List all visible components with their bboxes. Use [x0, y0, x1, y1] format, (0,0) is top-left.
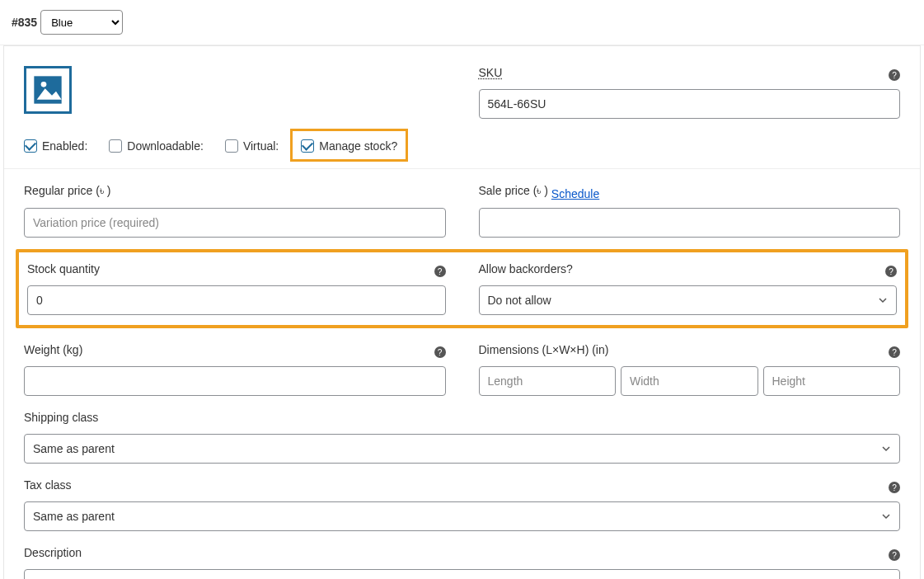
checkbox-icon	[24, 139, 37, 153]
help-icon[interactable]: ?	[889, 69, 900, 81]
sale-price-label: Sale price (৳ )	[479, 184, 548, 198]
svg-point-1	[41, 82, 47, 87]
length-input[interactable]	[479, 366, 617, 396]
height-input[interactable]	[763, 366, 901, 396]
help-icon[interactable]: ?	[889, 346, 900, 358]
backorders-select[interactable]: Do not allow	[479, 285, 898, 315]
variation-image-placeholder[interactable]	[24, 66, 72, 114]
variation-id: #835	[12, 16, 37, 29]
help-icon[interactable]: ?	[889, 482, 900, 493]
manage-stock-checkbox[interactable]: Manage stock?	[301, 139, 397, 153]
checkbox-icon	[301, 139, 314, 153]
manage-stock-highlight: Manage stock?	[290, 129, 408, 162]
stock-section-highlight: Stock quantity ? Allow backorders? ? Do …	[16, 249, 908, 328]
checkbox-icon	[225, 139, 238, 153]
image-icon	[31, 73, 64, 106]
sale-price-input[interactable]	[479, 208, 901, 238]
width-input[interactable]	[621, 366, 758, 396]
stock-qty-label: Stock quantity	[27, 262, 100, 275]
help-icon[interactable]: ?	[434, 346, 446, 358]
stock-qty-input[interactable]	[27, 285, 446, 315]
virtual-checkbox[interactable]: Virtual:	[225, 139, 279, 153]
description-textarea[interactable]	[24, 569, 900, 579]
options-checkboxes: Enabled: Downloadable: Virtual: Manage s…	[24, 139, 446, 153]
sku-input[interactable]	[479, 89, 901, 119]
enabled-checkbox[interactable]: Enabled:	[24, 139, 87, 153]
regular-price-label: Regular price (৳ )	[24, 184, 110, 198]
regular-price-input[interactable]	[24, 208, 446, 238]
divider	[4, 168, 920, 169]
weight-label: Weight (kg)	[24, 343, 82, 356]
description-label: Description	[24, 546, 82, 559]
schedule-link[interactable]: Schedule	[551, 187, 599, 200]
shipping-class-label: Shipping class	[24, 411, 98, 424]
variation-header: #835 Blue	[0, 0, 924, 45]
weight-input[interactable]	[24, 366, 446, 396]
dimensions-label: Dimensions (L×W×H) (in)	[479, 343, 609, 356]
attribute-select[interactable]: Blue	[40, 10, 123, 35]
help-icon[interactable]: ?	[889, 549, 900, 561]
sku-label: SKU	[479, 66, 503, 79]
backorders-label: Allow backorders?	[479, 262, 573, 275]
tax-class-select[interactable]: Same as parent	[24, 501, 900, 531]
checkbox-icon	[109, 139, 122, 153]
downloadable-checkbox[interactable]: Downloadable:	[109, 139, 204, 153]
variation-panel: Enabled: Downloadable: Virtual: Manage s…	[3, 45, 921, 579]
svg-rect-0	[34, 76, 61, 103]
shipping-class-select[interactable]: Same as parent	[24, 434, 900, 464]
help-icon[interactable]: ?	[885, 266, 897, 277]
help-icon[interactable]: ?	[434, 266, 446, 277]
tax-class-label: Tax class	[24, 478, 72, 492]
